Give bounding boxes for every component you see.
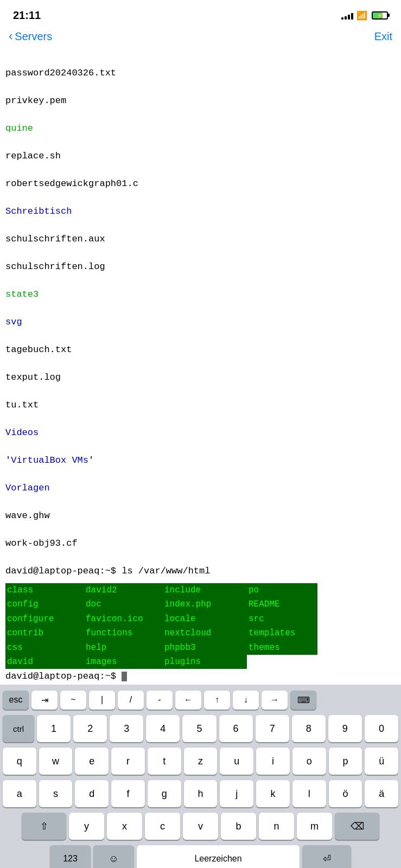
key-u[interactable]: u [220, 748, 253, 775]
key-tilde[interactable]: ~ [60, 691, 86, 710]
key-5[interactable]: 5 [182, 715, 216, 742]
key-r[interactable]: r [111, 748, 145, 775]
key-delete[interactable]: ⌫ [335, 813, 379, 840]
dir-item: contrib [5, 626, 84, 640]
terminal-line: Vorlagen [5, 483, 50, 493]
prompt-line: david@laptop-peaq:~$ [0, 670, 401, 685]
terminal-output: password20240326.txt privkey.pem quine r… [0, 48, 401, 582]
key-i[interactable]: i [256, 748, 290, 775]
key-123[interactable]: 123 [50, 845, 91, 868]
dir-item: doc [84, 597, 163, 611]
key-arrow-right[interactable]: → [262, 691, 288, 710]
exit-button[interactable]: Exit [374, 30, 392, 43]
dir-item: images [84, 655, 163, 669]
key-k[interactable]: k [256, 780, 290, 807]
key-c[interactable]: c [145, 813, 180, 840]
special-keys-row: esc ⇥ ~ | / - ← ↑ ↓ → ⌨ [0, 688, 401, 712]
terminal-line: password20240326.txt [5, 68, 116, 78]
key-3[interactable]: 3 [110, 715, 143, 742]
key-j[interactable]: j [220, 780, 253, 807]
dir-item: index.php [163, 597, 247, 611]
key-row-2: a s d f g h j k l ö ä [0, 777, 401, 810]
key-s[interactable]: s [39, 780, 73, 807]
terminal-line: schulschriften.log [5, 261, 105, 272]
dir-item: nextcloud [163, 626, 247, 640]
key-t[interactable]: t [148, 748, 181, 775]
key-w[interactable]: w [39, 748, 73, 775]
key-o[interactable]: o [292, 748, 326, 775]
key-l[interactable]: l [292, 780, 326, 807]
key-p[interactable]: p [329, 748, 362, 775]
key-arrow-up[interactable]: ↑ [204, 691, 230, 710]
terminal-line: robertsedgewickgraph01.c [5, 178, 138, 189]
key-z[interactable]: z [184, 748, 218, 775]
dir-item: src [247, 612, 317, 626]
key-v[interactable]: v [183, 813, 218, 840]
dir-item: configure [5, 612, 84, 626]
key-esc[interactable]: esc [3, 691, 29, 710]
key-row-3: ⇧ y x c v b n m ⌫ [0, 810, 401, 843]
key-0[interactable]: 0 [365, 715, 398, 742]
terminal-line: replace.sh [5, 151, 61, 161]
terminal-line: tagebuch.txt [5, 344, 72, 355]
key-f[interactable]: f [111, 780, 145, 807]
battery-icon: ⚡ [372, 11, 388, 20]
key-n[interactable]: n [259, 813, 294, 840]
key-1[interactable]: 1 [37, 715, 71, 742]
dir-item: README [247, 597, 317, 611]
terminal-line: 'VirtualBox VMs' [5, 455, 94, 465]
key-tab[interactable]: ⇥ [31, 691, 58, 710]
key-x[interactable]: x [107, 813, 142, 840]
key-y[interactable]: y [69, 813, 104, 840]
dir-item: help [84, 641, 163, 655]
key-6[interactable]: 6 [219, 715, 253, 742]
key-row-bottom: 123 ☺ Leerzeichen ⏎ [0, 843, 401, 868]
status-icons: 📶 ⚡ [341, 10, 388, 21]
key-minus[interactable]: - [147, 691, 173, 710]
key-2[interactable]: 2 [73, 715, 107, 742]
key-slash[interactable]: / [118, 691, 144, 710]
terminal-line: schulschriften.aux [5, 234, 105, 244]
terminal-line: state3 [5, 289, 39, 299]
key-b[interactable]: b [221, 813, 256, 840]
key-keyboard-icon[interactable]: ⌨ [290, 691, 316, 710]
key-7[interactable]: 7 [256, 715, 289, 742]
key-return[interactable]: ⏎ [302, 845, 351, 868]
back-chevron-icon: ‹ [9, 29, 12, 43]
key-pipe[interactable]: | [89, 691, 115, 710]
key-space[interactable]: Leerzeichen [137, 845, 300, 868]
key-oe[interactable]: ö [329, 780, 362, 807]
key-4[interactable]: 4 [146, 715, 180, 742]
key-arrow-left[interactable]: ← [175, 691, 201, 710]
cursor [122, 672, 127, 681]
dir-item: class [5, 583, 84, 597]
wifi-icon: 📶 [357, 10, 367, 21]
dir-item: favicon.ico [84, 612, 163, 626]
key-9[interactable]: 9 [328, 715, 362, 742]
terminal-line: Schreibtisch [5, 206, 72, 216]
key-q[interactable]: q [3, 748, 36, 775]
key-a[interactable]: a [3, 780, 36, 807]
status-time: 21:11 [13, 9, 41, 22]
key-emoji[interactable]: ☺ [93, 845, 134, 868]
dir-item: po [247, 583, 317, 597]
key-e[interactable]: e [75, 748, 109, 775]
terminal-line: svg [5, 317, 22, 327]
key-ctrl[interactable]: ctrl [3, 715, 34, 742]
key-ae[interactable]: ä [365, 780, 398, 807]
dir-item: david [5, 655, 84, 669]
terminal-line: Videos [5, 427, 39, 438]
key-arrow-down[interactable]: ↓ [233, 691, 259, 710]
key-m[interactable]: m [297, 813, 332, 840]
key-h[interactable]: h [184, 780, 218, 807]
key-g[interactable]: g [148, 780, 181, 807]
key-shift[interactable]: ⇧ [22, 813, 66, 840]
dir-item [247, 655, 317, 669]
key-ue[interactable]: ü [365, 748, 398, 775]
dir-item: plugins [163, 655, 247, 669]
dir-item: david2 [84, 583, 163, 597]
key-8[interactable]: 8 [292, 715, 326, 742]
terminal-line: texput.log [5, 372, 61, 382]
back-button[interactable]: ‹ Servers [9, 29, 52, 43]
key-d[interactable]: d [75, 780, 109, 807]
